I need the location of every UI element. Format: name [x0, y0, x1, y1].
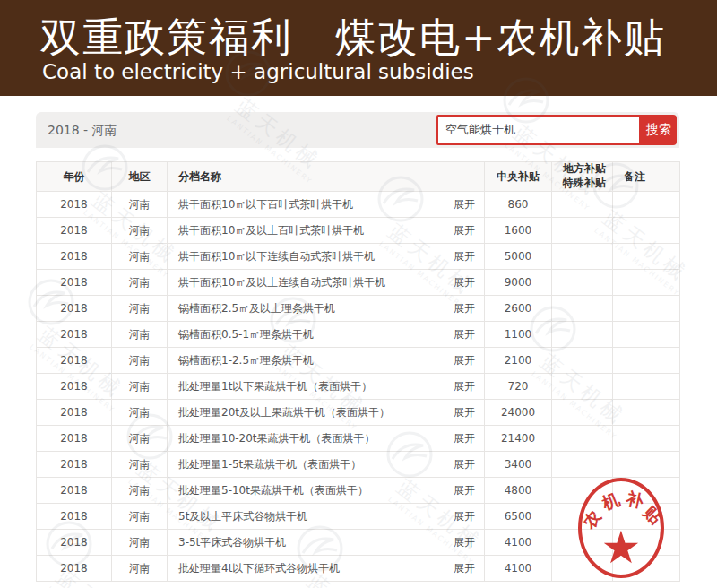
- col-central-subsidy: 中央补贴: [485, 162, 552, 192]
- table-row: 2018河南展开烘干面积10㎡及以上连续自动式茶叶烘干机9000: [37, 270, 680, 296]
- region-cell: 河南: [112, 478, 168, 504]
- tier-name: 锅槽面积1-2.5㎡理条烘干机: [178, 354, 314, 367]
- name-cell: 展开烘干面积10㎡及以上百叶式茶叶烘干机: [168, 218, 485, 244]
- page-subtitle: Coal to electricity + agricultural subsi…: [42, 60, 474, 83]
- region-cell: 河南: [112, 322, 168, 348]
- table-row: 2018河南展开烘干面积10㎡以下百叶式茶叶烘干机860: [37, 192, 680, 218]
- expand-link[interactable]: 展开: [454, 249, 475, 264]
- name-cell: 展开烘干面积10㎡及以上连续自动式茶叶烘干机: [168, 270, 485, 296]
- region-cell: 河南: [112, 218, 168, 244]
- name-cell: 展开批处理量10-20t果蔬烘干机（表面烘干）: [168, 426, 485, 452]
- name-cell: 展开批处理量20t及以上果蔬烘干机（表面烘干）: [168, 400, 485, 426]
- year-cell: 2018: [37, 322, 112, 348]
- local-subsidy-cell: [552, 244, 613, 270]
- col-year: 年份: [37, 162, 112, 192]
- region-cell: 河南: [112, 348, 168, 374]
- name-cell: 展开烘干面积10㎡以下百叶式茶叶烘干机: [168, 192, 485, 218]
- tier-name: 烘干面积10㎡以下百叶式茶叶烘干机: [178, 198, 353, 211]
- col-local-subsidy-line1: 地方补贴: [563, 162, 612, 177]
- region-cell: 河南: [112, 400, 168, 426]
- expand-link[interactable]: 展开: [454, 197, 475, 212]
- tier-name: 批处理量1t以下果蔬烘干机（表面烘干）: [178, 380, 372, 393]
- local-subsidy-cell: [552, 374, 613, 400]
- note-cell: [613, 270, 680, 296]
- year-cell: 2018: [37, 296, 112, 322]
- note-cell: [613, 218, 680, 244]
- banner: 双重政策福利 煤改电+农机补贴 Coal to electricity + ag…: [0, 0, 717, 96]
- expand-link[interactable]: 展开: [454, 327, 475, 342]
- region-cell: 河南: [112, 504, 168, 530]
- tier-name: 3-5t平床式谷物烘干机: [178, 536, 286, 549]
- table-row: 2018河南展开锅槽面积2.5㎡及以上理条烘干机2600: [37, 296, 680, 322]
- note-cell: [613, 244, 680, 270]
- name-cell: 展开烘干面积10㎡以下连续自动式茶叶烘干机: [168, 244, 485, 270]
- region-cell: 河南: [112, 270, 168, 296]
- name-cell: 展开5t及以上平床式谷物烘干机: [168, 504, 485, 530]
- col-local-subsidy-line2: 特殊补贴: [563, 177, 612, 191]
- tier-name: 批处理量10-20t果蔬烘干机（表面烘干）: [178, 432, 376, 445]
- note-cell: [613, 296, 680, 322]
- year-cell: 2018: [37, 530, 112, 556]
- col-local-subsidy: 地方补贴 特殊补贴: [552, 162, 613, 192]
- local-subsidy-cell: [552, 218, 613, 244]
- expand-link[interactable]: 展开: [454, 457, 475, 472]
- tier-name: 锅槽面积0.5-1㎡理条烘干机: [178, 328, 314, 341]
- central-subsidy-cell: 9000: [485, 270, 552, 296]
- year-cell: 2018: [37, 400, 112, 426]
- region-cell: 河南: [112, 452, 168, 478]
- note-cell: [613, 192, 680, 218]
- tier-name: 批处理量4t以下循环式谷物烘干机: [178, 562, 340, 575]
- note-cell: [613, 452, 680, 478]
- expand-link[interactable]: 展开: [454, 405, 475, 420]
- year-cell: 2018: [37, 374, 112, 400]
- filter-label: 2018 - 河南: [48, 123, 117, 139]
- note-cell: [613, 374, 680, 400]
- table-row: 2018河南展开锅槽面积1-2.5㎡理条烘干机2100: [37, 348, 680, 374]
- table-header: 年份 地区 分档名称 中央补贴 地方补贴 特殊补贴 备注: [37, 162, 680, 192]
- central-subsidy-cell: 21400: [485, 426, 552, 452]
- expand-link[interactable]: 展开: [454, 535, 475, 550]
- stamp-char: 机: [600, 490, 622, 513]
- search-input[interactable]: [436, 115, 641, 145]
- expand-link[interactable]: 展开: [454, 353, 475, 368]
- watermark-subtext: LANTIAN MACHINERY: [46, 584, 134, 588]
- table-row: 2018河南展开批处理量1t以下果蔬烘干机（表面烘干）720: [37, 374, 680, 400]
- expand-link[interactable]: 展开: [454, 275, 475, 290]
- note-cell: [613, 348, 680, 374]
- name-cell: 展开锅槽面积2.5㎡及以上理条烘干机: [168, 296, 485, 322]
- page-title: 双重政策福利 煤改电+农机补贴: [40, 11, 666, 65]
- year-cell: 2018: [37, 348, 112, 374]
- page: 双重政策福利 煤改电+农机补贴 Coal to electricity + ag…: [0, 0, 717, 588]
- header-row: 年份 地区 分档名称 中央补贴 地方补贴 特殊补贴 备注: [37, 162, 680, 192]
- local-subsidy-cell: [552, 270, 613, 296]
- local-subsidy-cell: [552, 426, 613, 452]
- name-cell: 展开批处理量1-5t果蔬烘干机（表面烘干）: [168, 452, 485, 478]
- year-cell: 2018: [37, 504, 112, 530]
- expand-link[interactable]: 展开: [454, 561, 475, 576]
- central-subsidy-cell: 2600: [485, 296, 552, 322]
- region-cell: 河南: [112, 296, 168, 322]
- col-note: 备注: [613, 162, 680, 192]
- expand-link[interactable]: 展开: [454, 301, 475, 316]
- expand-link[interactable]: 展开: [454, 509, 475, 524]
- tier-name: 烘干面积10㎡及以上连续自动式茶叶烘干机: [178, 276, 385, 289]
- note-cell: [613, 400, 680, 426]
- expand-link[interactable]: 展开: [454, 483, 475, 498]
- col-tier-name: 分档名称: [168, 162, 485, 192]
- search-button[interactable]: 搜索: [641, 115, 677, 145]
- table-row: 2018河南展开烘干面积10㎡以下连续自动式茶叶烘干机5000: [37, 244, 680, 270]
- tier-name: 烘干面积10㎡以下连续自动式茶叶烘干机: [178, 250, 375, 263]
- central-subsidy-cell: 720: [485, 374, 552, 400]
- year-cell: 2018: [37, 244, 112, 270]
- year-cell: 2018: [37, 426, 112, 452]
- local-subsidy-cell: [552, 348, 613, 374]
- expand-link[interactable]: 展开: [454, 379, 475, 394]
- tier-name: 批处理量20t及以上果蔬烘干机（表面烘干）: [178, 406, 390, 419]
- year-cell: 2018: [37, 452, 112, 478]
- expand-link[interactable]: 展开: [454, 431, 475, 446]
- name-cell: 展开批处理量5-10t果蔬烘干机（表面烘干）: [168, 478, 485, 504]
- star-icon: ★: [601, 525, 642, 570]
- name-cell: 展开3-5t平床式谷物烘干机: [168, 530, 485, 556]
- region-cell: 河南: [112, 426, 168, 452]
- expand-link[interactable]: 展开: [454, 223, 475, 238]
